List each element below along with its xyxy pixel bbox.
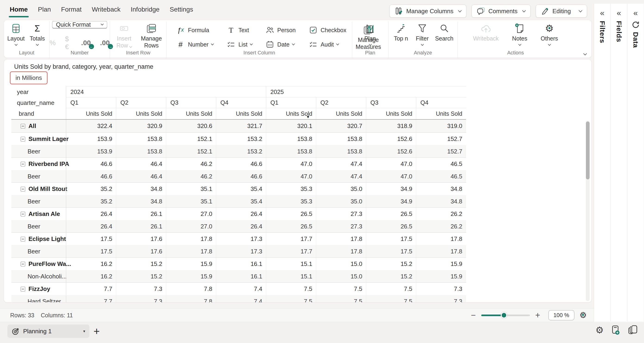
value-cell[interactable]: 153.8 [116,132,166,145]
value-cell[interactable]: 17.5 [66,246,116,257]
value-cell[interactable]: 46.2 [166,158,216,170]
value-cell[interactable]: 35.3 [266,182,316,195]
quarter-header-cell[interactable]: Q2 [116,98,166,108]
row-label-cell[interactable]: Beer [11,146,66,158]
value-cell[interactable]: 7.5 [366,282,416,295]
value-cell[interactable]: 17.7 [266,232,316,245]
value-cell[interactable]: 47.0 [366,170,416,182]
add-sheet-button[interactable]: + [94,325,100,338]
value-cell[interactable]: 153.8 [266,146,316,158]
value-cell[interactable]: 15.2 [116,270,166,282]
value-cell[interactable]: 153.8 [116,146,166,158]
value-cell[interactable]: 46.6 [216,158,266,170]
row-label-cell[interactable]: Non-Alcoholi... [11,270,66,282]
collapse-row-icon[interactable] [20,262,25,266]
value-cell[interactable]: 320.9 [116,120,166,132]
measure-header-cell[interactable]: Units Sold [116,108,166,119]
row-label-cell[interactable]: Artisan Ale [11,208,66,220]
value-cell[interactable]: 17.8 [166,232,216,245]
value-cell[interactable]: 7.3 [416,296,466,302]
value-cell[interactable]: 15.2 [116,258,166,270]
decimal-decrease-icon[interactable]: .00← [81,39,91,47]
value-cell[interactable]: 26.5 [266,208,316,220]
value-cell[interactable]: 153.2 [216,146,266,158]
value-cell[interactable]: 152.1 [166,132,216,145]
collapse-left-icon[interactable]: « [633,9,638,17]
value-cell[interactable]: 47.4 [316,158,366,170]
row-label-cell[interactable]: Beer [11,220,66,232]
value-cell[interactable]: 34.8 [116,196,166,207]
value-cell[interactable]: 34.8 [116,182,166,195]
value-cell[interactable]: 46.4 [116,158,166,170]
writeback-button[interactable]: Writeback [470,23,502,42]
value-cell[interactable]: 46.5 [416,158,466,170]
quarter-header-cell[interactable]: Q4 [216,98,266,108]
value-cell[interactable]: 17.6 [116,232,166,245]
value-cell[interactable]: 15.1 [266,270,316,282]
value-cell[interactable]: 26.5 [266,220,316,232]
value-cell[interactable]: 47.0 [266,158,316,170]
value-cell[interactable]: 17.6 [116,246,166,257]
quarter-header-cell[interactable]: Q1 [66,98,116,108]
collapse-left-icon[interactable]: « [600,9,604,17]
collapse-ribbon-icon[interactable] [583,52,587,56]
manage-columns-button[interactable]: Manage Columns [389,5,466,18]
gear-icon[interactable]: ⚙ [580,311,587,320]
checkbox-button[interactable]: Checkbox [308,25,346,35]
value-cell[interactable]: 26.4 [66,208,116,220]
value-cell[interactable]: 17.8 [316,246,366,257]
value-cell[interactable]: 152.7 [416,146,466,158]
year-header-cell[interactable]: 2024 [66,86,266,98]
value-cell[interactable]: 17.5 [366,246,416,257]
zoom-slider[interactable] [481,314,530,316]
value-cell[interactable]: 153.9 [66,132,116,145]
value-cell[interactable]: 35.4 [216,196,266,207]
value-cell[interactable]: 27.3 [316,220,366,232]
quarter-header-cell[interactable]: Q3 [166,98,216,108]
value-cell[interactable]: 34.9 [366,182,416,195]
measure-header-cell[interactable]: Units Sold [216,108,266,119]
value-cell[interactable]: 15.9 [166,270,216,282]
formula-button[interactable]: ƒx Formula [176,25,214,35]
fields-panel-toggle[interactable]: « Fields [610,4,627,322]
value-cell[interactable]: 17.3 [216,246,266,257]
value-cell[interactable]: 15.2 [366,258,416,270]
comments-button[interactable]: Comments [472,5,530,18]
value-cell[interactable]: 7.5 [366,296,416,302]
value-cell[interactable]: 7.3 [116,296,166,302]
unit-badge[interactable]: in Millions [10,72,48,84]
value-cell[interactable]: 17.8 [316,232,366,245]
value-cell[interactable]: 7.7 [66,296,116,302]
quick-format-dropdown[interactable]: Quick Format [52,21,107,28]
value-cell[interactable]: 153.2 [216,132,266,145]
value-cell[interactable]: 27.0 [166,208,216,220]
zoom-slider-thumb[interactable] [501,312,507,318]
value-cell[interactable]: 15.9 [416,270,466,282]
vertical-scrollbar[interactable] [586,120,590,301]
filters-panel-toggle[interactable]: « Filters [594,4,610,322]
row-label-cell[interactable]: All [11,120,66,132]
value-cell[interactable]: 16.1 [216,270,266,282]
value-cell[interactable]: 321.7 [216,120,266,132]
value-cell[interactable]: 46.5 [416,170,466,182]
value-cell[interactable]: 15.0 [316,270,366,282]
value-cell[interactable]: 17.8 [416,246,466,257]
menu-item-infobridge[interactable]: Infobridge [130,4,160,14]
measure-header-cell[interactable]: Units Sold [66,108,116,119]
value-cell[interactable]: 16.2 [66,270,116,282]
collapse-row-icon[interactable] [20,237,25,242]
value-cell[interactable]: 27.3 [316,208,366,220]
value-cell[interactable]: 17.8 [416,232,466,245]
row-label-cell[interactable]: Beer [11,196,66,207]
scrollbar-thumb[interactable] [586,122,590,179]
menu-item-format[interactable]: Format [61,4,82,14]
row-label-cell[interactable]: Summit Lager [11,132,66,145]
value-cell[interactable]: 26.1 [116,208,166,220]
value-cell[interactable]: 7.4 [216,282,266,295]
value-cell[interactable]: 27.0 [166,220,216,232]
collapse-row-icon[interactable] [20,162,25,166]
value-cell[interactable]: 16.1 [216,258,266,270]
value-cell[interactable]: 7.5 [266,282,316,295]
value-cell[interactable]: 47.4 [316,170,366,182]
person-button[interactable]: Person [265,25,296,35]
